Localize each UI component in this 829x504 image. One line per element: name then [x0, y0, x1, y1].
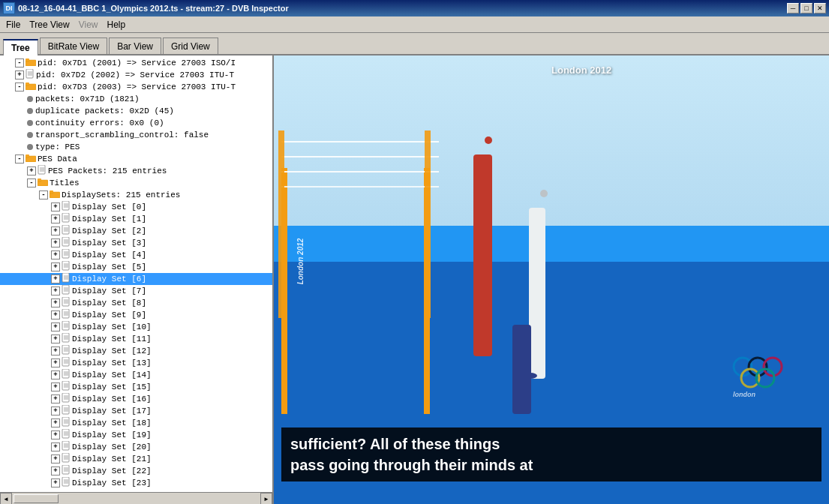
tab-bar-view[interactable]: Bar View	[109, 38, 161, 54]
expand-closed-icon[interactable]: +	[51, 430, 60, 440]
page-icon	[62, 237, 71, 250]
tree-item-ds10[interactable]: + Display Set [10]	[0, 321, 272, 333]
tree-item-label: Display Set [6]	[72, 274, 146, 284]
tree-item-ds19[interactable]: + Display Set [19]	[0, 429, 272, 441]
tree-item-ds20[interactable]: + Display Set [20]	[0, 441, 272, 453]
tree-item-ds17[interactable]: + Display Set [17]	[0, 405, 272, 417]
ring-side	[274, 226, 829, 262]
scroll-left-button[interactable]: ◄	[0, 493, 12, 504]
expand-closed-icon[interactable]: +	[51, 250, 60, 260]
menu-tree-view[interactable]: Tree View	[25, 16, 74, 32]
menu-file[interactable]: File	[2, 16, 25, 32]
tree-item-ds8[interactable]: + Display Set [8]	[0, 297, 272, 309]
expand-closed-icon[interactable]: +	[51, 322, 60, 332]
expand-closed-icon[interactable]: +	[51, 262, 60, 272]
tree-item-label: Titles	[50, 178, 80, 188]
maximize-button[interactable]: □	[800, 3, 812, 14]
tree-item-ds0[interactable]: + Display Set [0]	[0, 201, 272, 213]
expand-open-icon[interactable]: -	[15, 58, 24, 68]
tab-bitrate-view[interactable]: BitRate View	[40, 38, 107, 54]
expand-closed-icon[interactable]: +	[51, 202, 60, 212]
expand-closed-icon[interactable]: +	[51, 358, 60, 368]
page-icon	[62, 225, 71, 238]
tree-item-ds9[interactable]: + Display Set [9]	[0, 309, 272, 321]
expand-closed-icon[interactable]: +	[51, 298, 60, 308]
expand-open-icon[interactable]: -	[39, 190, 48, 200]
tree-item-label: Display Set [7]	[72, 286, 146, 296]
tree-item-label: pid: 0x7D2 (2002) => Service 27003 ITU-T	[36, 70, 234, 80]
tree-item-ds12[interactable]: + Display Set [12]	[0, 345, 272, 357]
tab-grid-view[interactable]: Grid View	[163, 38, 218, 54]
window-controls[interactable]: ─ □ ✕	[787, 3, 826, 14]
tree-item-ds18[interactable]: + Display Set [18]	[0, 417, 272, 429]
menu-view[interactable]: View	[74, 16, 103, 32]
tree-item-display_sets[interactable]: - DisplaySets: 215 entries	[0, 189, 272, 201]
tree-item-transport[interactable]: transport_scrambling_control: false	[0, 129, 272, 141]
expand-closed-icon[interactable]: +	[51, 442, 60, 452]
tree-item-packets[interactable]: packets: 0x71D (1821)	[0, 93, 272, 105]
scroll-right-button[interactable]: ►	[260, 493, 272, 504]
expand-closed-icon[interactable]: +	[51, 238, 60, 248]
tree-content[interactable]: - pid: 0x7D1 (2001) => Service 27003 ISO…	[0, 56, 272, 492]
h-scroll-thumb[interactable]	[14, 494, 59, 503]
tree-item-pes_packets[interactable]: + PES Packets: 215 entries	[0, 165, 272, 177]
expand-open-icon[interactable]: -	[15, 154, 24, 164]
tree-item-ds2[interactable]: + Display Set [2]	[0, 225, 272, 237]
tree-item-dup_packets[interactable]: duplicate packets: 0x2D (45)	[0, 105, 272, 117]
page-icon	[62, 417, 71, 430]
tree-item-titles[interactable]: - Titles	[0, 177, 272, 189]
expand-closed-icon[interactable]: +	[51, 334, 60, 344]
expand-closed-icon[interactable]: +	[51, 454, 60, 464]
tree-item-ds21[interactable]: + Display Set [21]	[0, 453, 272, 465]
tree-item-continuity[interactable]: continuity errors: 0x0 (0)	[0, 117, 272, 129]
tree-item-pes_data[interactable]: - PES Data	[0, 153, 272, 165]
tree-item-ds22[interactable]: + Display Set [22]	[0, 465, 272, 477]
expand-closed-icon[interactable]: +	[51, 214, 60, 224]
expand-closed-icon[interactable]: +	[51, 226, 60, 236]
tree-item-ds14[interactable]: + Display Set [14]	[0, 369, 272, 381]
expand-closed-icon[interactable]: +	[51, 310, 60, 320]
tree-item-ds11[interactable]: + Display Set [11]	[0, 333, 272, 345]
expand-open-icon[interactable]: -	[27, 178, 36, 188]
minimize-button[interactable]: ─	[787, 3, 799, 14]
tree-item-type[interactable]: type: PES	[0, 141, 272, 153]
menu-help[interactable]: Help	[103, 16, 131, 32]
tree-item-ds3[interactable]: + Display Set [3]	[0, 237, 272, 249]
tree-item-ds4[interactable]: + Display Set [4]	[0, 249, 272, 261]
expand-closed-icon[interactable]: +	[51, 418, 60, 428]
folder-open-icon	[26, 154, 36, 165]
expand-closed-icon[interactable]: +	[51, 478, 60, 488]
expand-closed-icon[interactable]: +	[51, 394, 60, 404]
tree-item-ds5[interactable]: + Display Set [5]	[0, 261, 272, 273]
tree-item-ds16[interactable]: + Display Set [16]	[0, 393, 272, 405]
tree-item-pid_7d1[interactable]: - pid: 0x7D1 (2001) => Service 27003 ISO…	[0, 57, 272, 69]
tree-item-label: Display Set [11]	[72, 334, 152, 344]
expand-closed-icon[interactable]: +	[51, 466, 60, 476]
tree-item-ds15[interactable]: + Display Set [15]	[0, 381, 272, 393]
tree-item-ds23[interactable]: + Display Set [23]	[0, 477, 272, 489]
tab-tree[interactable]: Tree	[3, 39, 38, 56]
horizontal-scrollbar[interactable]: ◄ ►	[0, 492, 272, 504]
tree-item-label: packets: 0x71D (1821)	[35, 94, 140, 104]
expand-closed-icon[interactable]: +	[51, 286, 60, 296]
tree-item-ds13[interactable]: + Display Set [13]	[0, 357, 272, 369]
expand-closed-icon[interactable]: +	[51, 346, 60, 356]
expand-closed-icon[interactable]: +	[51, 274, 60, 284]
tree-item-pid_7d2[interactable]: + pid: 0x7D2 (2002) => Service 27003 ITU…	[0, 69, 272, 81]
dot-icon	[27, 132, 33, 138]
folder-open-icon	[26, 82, 36, 93]
expand-open-icon[interactable]: -	[15, 82, 24, 92]
expand-closed-icon[interactable]: +	[51, 406, 60, 416]
close-button[interactable]: ✕	[814, 3, 826, 14]
video-scene: London 2012 London 2012 london sufficien…	[274, 56, 829, 504]
expand-closed-icon[interactable]: +	[27, 166, 36, 176]
h-scroll-track[interactable]	[12, 493, 260, 504]
tree-item-pid_7d3[interactable]: - pid: 0x7D3 (2003) => Service 27003 ITU…	[0, 81, 272, 93]
tree-item-ds6[interactable]: + Display Set [6]	[0, 273, 272, 285]
tree-item-ds1[interactable]: + Display Set [1]	[0, 213, 272, 225]
expand-closed-icon[interactable]: +	[15, 70, 24, 80]
expand-closed-icon[interactable]: +	[51, 370, 60, 380]
expand-closed-icon[interactable]: +	[51, 382, 60, 392]
tree-item-label: Display Set [3]	[72, 238, 146, 248]
tree-item-ds7[interactable]: + Display Set [7]	[0, 285, 272, 297]
